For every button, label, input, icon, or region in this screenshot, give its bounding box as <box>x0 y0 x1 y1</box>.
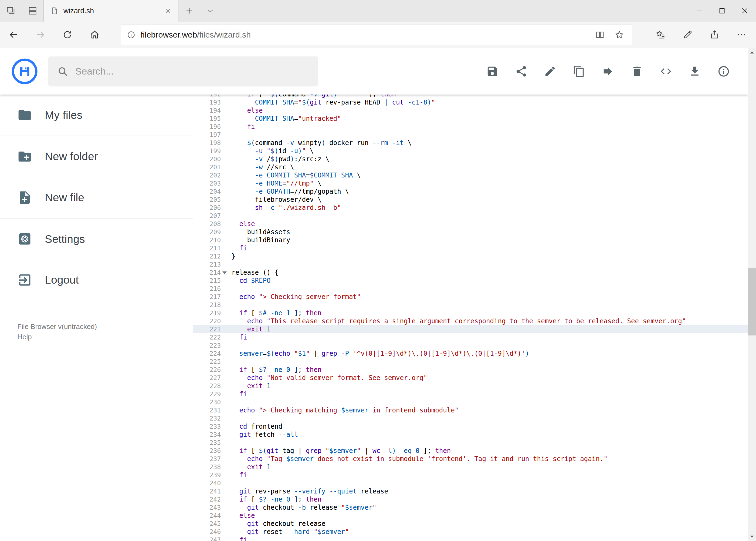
code-line[interactable]: 224 semver=$(echo "$1" | grep -P '^v(0|[… <box>193 349 748 357</box>
refresh-icon[interactable] <box>54 22 81 48</box>
forward-icon[interactable] <box>27 22 54 48</box>
code-line[interactable]: 242 if [ $? -ne 0 ]; then <box>193 495 748 503</box>
code-line[interactable]: 196 fi <box>193 123 748 131</box>
code-line[interactable]: 199 -u "$(id -u)" \ <box>193 147 748 155</box>
code-line[interactable]: 239 fi <box>193 471 748 479</box>
code-line[interactable]: 197 <box>193 131 748 139</box>
code-line[interactable]: 230 <box>193 398 748 406</box>
chevron-down-icon[interactable] <box>200 0 220 22</box>
code-line[interactable]: 195 COMMIT_SHA="untracked" <box>193 115 748 123</box>
code-line[interactable]: 193 COMMIT_SHA="$(git rev-parse HEAD | c… <box>193 98 748 106</box>
scroll-down-icon[interactable] <box>748 533 756 541</box>
sidebar-item-new-folder[interactable]: New folder <box>0 136 193 177</box>
code-line[interactable]: 241 git rev-parse --verify --quiet relea… <box>193 487 748 495</box>
close-icon[interactable] <box>163 6 173 16</box>
star-icon[interactable] <box>610 25 629 44</box>
code-editor[interactable]: 192 if [ "$(command -v git)" != "" ]; th… <box>193 95 748 541</box>
code-line[interactable]: 202 -e COMMIT_SHA=$COMMIT_SHA \ <box>193 171 748 179</box>
browser-tab[interactable]: wizard.sh <box>44 0 178 22</box>
code-line[interactable]: 192 if [ "$(command -v git)" != "" ]; th… <box>193 95 748 98</box>
sidebar-item-logout[interactable]: Logout <box>0 260 193 300</box>
info-button[interactable] <box>714 62 733 81</box>
share-button[interactable] <box>511 62 531 81</box>
back-icon[interactable] <box>0 22 27 48</box>
download-button[interactable] <box>685 62 704 81</box>
save-button[interactable] <box>483 62 502 81</box>
share-icon[interactable] <box>701 22 728 48</box>
code-line[interactable]: 243 git checkout -b release "$semver" <box>193 503 748 512</box>
sidebar-item-my-files[interactable]: My files <box>0 95 193 136</box>
code-line[interactable]: 235 <box>193 439 748 447</box>
code-line[interactable]: 216 <box>193 285 748 293</box>
code-line[interactable]: 219 if [ $# -ne 1 ]; then <box>193 309 748 317</box>
code-line[interactable]: 237 echo "Tag $semver does not exist in … <box>193 455 748 463</box>
sidebar-item-settings[interactable]: Settings <box>0 219 193 260</box>
code-line[interactable]: 226 if [ $? -ne 0 ]; then <box>193 366 748 374</box>
tabs-preview-icon[interactable] <box>22 0 43 22</box>
code-line[interactable]: 233 cd frontend <box>193 422 748 430</box>
code-line[interactable]: 222 fi <box>193 333 748 341</box>
code-line[interactable]: 198 $(command -v winpty) docker run --rm… <box>193 139 748 147</box>
page-scrollbar[interactable] <box>748 48 756 541</box>
url-input[interactable]: filebrowser.web/files/wizard.sh <box>121 25 632 45</box>
copy-button[interactable] <box>570 62 589 81</box>
rename-button[interactable] <box>541 62 560 81</box>
code-line[interactable]: 218 <box>193 301 748 309</box>
filebrowser-floppy-logo[interactable] <box>12 58 38 84</box>
book-icon[interactable] <box>590 25 610 44</box>
code-line[interactable]: 203 -e HOME="//tmp" \ <box>193 179 748 188</box>
code-line[interactable]: 215 cd $REPO <box>193 276 748 285</box>
more-icon[interactable] <box>728 22 755 48</box>
code-line[interactable]: 246 git reset --hard "$semver" <box>193 528 748 536</box>
code-line[interactable]: 207 <box>193 212 748 220</box>
hub-icon[interactable] <box>647 22 674 48</box>
code-line[interactable]: 217 echo "> Checking semver format" <box>193 293 748 301</box>
code-line[interactable]: 227 echo "Not valid semver format. See s… <box>193 374 748 382</box>
code-line[interactable]: 212} <box>193 252 748 261</box>
code-line[interactable]: 234 git fetch --all <box>193 430 748 439</box>
help-link[interactable]: Help <box>17 332 193 342</box>
code-line[interactable]: 204 -e GOPATH=//tmp/gopath \ <box>193 188 748 196</box>
close-window-icon[interactable] <box>733 0 756 22</box>
fold-marker-icon[interactable] <box>222 271 227 274</box>
code-line[interactable]: 210 buildBinary <box>193 236 748 244</box>
code-line[interactable]: 245 git checkout release <box>193 520 748 528</box>
delete-button[interactable] <box>627 62 646 81</box>
code-line[interactable]: 205 filebrowser/dev \ <box>193 196 748 204</box>
set-tabs-aside-icon[interactable] <box>0 0 22 22</box>
code-line[interactable]: 236 if [ $(git tag | grep "$semver" | wc… <box>193 447 748 455</box>
code-line[interactable]: 228 exit 1 <box>193 382 748 390</box>
code-line[interactable]: 209 buildAssets <box>193 228 748 236</box>
code-line[interactable]: 223 <box>193 341 748 349</box>
code-line[interactable]: 211 fi <box>193 244 748 252</box>
move-button[interactable] <box>599 62 618 81</box>
code-line[interactable]: 221 exit 1 <box>193 325 748 333</box>
web-note-pen-icon[interactable] <box>674 22 701 48</box>
code-line[interactable]: 194 else <box>193 106 748 115</box>
info-circle-icon[interactable] <box>126 30 136 39</box>
maximize-icon[interactable] <box>711 0 733 22</box>
code-line[interactable]: 220 echo "This release script requires a… <box>193 317 748 325</box>
code-line[interactable]: 206 sh -c "./wizard.sh -b" <box>193 204 748 212</box>
code-line[interactable]: 232 <box>193 414 748 422</box>
home-icon[interactable] <box>81 22 108 48</box>
scroll-up-icon[interactable] <box>748 48 756 56</box>
code-line[interactable]: 208 else <box>193 220 748 228</box>
code-line[interactable]: 225 <box>193 357 748 366</box>
code-line[interactable]: 231 echo "> Checking matching $semver in… <box>193 406 748 414</box>
code-line[interactable]: 238 exit 1 <box>193 463 748 471</box>
code-line[interactable]: 244 else <box>193 512 748 520</box>
code-line[interactable]: 213 <box>193 261 748 269</box>
code-line[interactable]: 214release () { <box>193 269 748 276</box>
search-input[interactable] <box>75 66 310 77</box>
code-line[interactable]: 200 -v /$(pwd):/src:z \ <box>193 155 748 163</box>
code-line[interactable]: 229 fi <box>193 390 748 398</box>
scrollbar-thumb[interactable] <box>748 268 756 335</box>
new-tab-button[interactable] <box>178 0 200 22</box>
code-line[interactable]: 240 <box>193 479 748 487</box>
code-line[interactable]: 247 fi <box>193 536 748 541</box>
sidebar-item-new-file[interactable]: New file <box>0 177 193 218</box>
code-view-button[interactable] <box>656 62 675 81</box>
minimize-icon[interactable] <box>688 0 711 22</box>
code-line[interactable]: 201 -w //src \ <box>193 163 748 171</box>
